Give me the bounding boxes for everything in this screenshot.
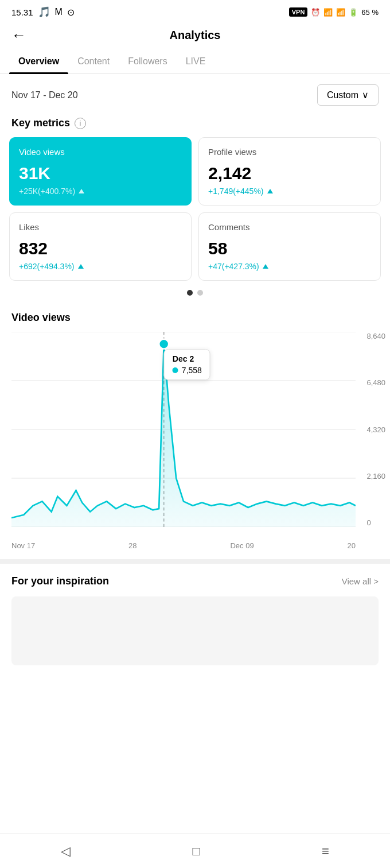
status-right: VPN ⏰ 📶 📶 🔋 65 %	[289, 7, 379, 17]
tab-overview[interactable]: Overview	[9, 49, 68, 73]
carousel-dots	[0, 281, 390, 300]
nav-back-button[interactable]: ◁	[61, 844, 71, 859]
video-views-section: Video views 8,640 6,480 4,320 2,160 0	[0, 300, 390, 550]
view-all-button[interactable]: View all >	[342, 576, 379, 586]
dot-2[interactable]	[197, 290, 203, 296]
key-metrics-title: Key metrics	[11, 117, 70, 129]
wifi-icon: 📶	[323, 8, 333, 17]
metric-label-comments: Comments	[208, 222, 371, 232]
tab-bar: Overview Content Followers LIVE	[0, 49, 390, 74]
y-label-8640: 8,640	[366, 332, 385, 340]
status-time: 15.31	[11, 7, 33, 17]
arrow-up-icon-4	[263, 264, 268, 269]
date-row: Nov 17 - Dec 20 Custom ∨	[0, 74, 390, 114]
date-range-label: Nov 17 - Dec 20	[11, 90, 78, 100]
x-label-nov17: Nov 17	[11, 541, 35, 550]
media-icon: ⊙	[67, 7, 75, 18]
back-button[interactable]: ←	[11, 28, 26, 42]
svg-point-6	[159, 339, 169, 349]
tab-content[interactable]: Content	[68, 49, 119, 73]
metric-change-video-views: +25K(+400.7%)	[19, 187, 182, 196]
custom-dropdown[interactable]: Custom ∨	[317, 84, 379, 106]
x-axis-labels: Nov 17 28 Dec 09 20	[11, 541, 356, 550]
signal-icon: 📶	[336, 8, 345, 17]
metric-label-likes: Likes	[19, 222, 182, 232]
inspiration-content	[11, 596, 379, 665]
status-bar: 15.31 🎵 M ⊙ VPN ⏰ 📶 📶 🔋 65 %	[0, 0, 390, 23]
nav-home-button[interactable]: □	[192, 844, 200, 859]
metric-value-comments: 58	[208, 239, 371, 258]
y-label-6480: 6,480	[366, 378, 385, 387]
gmail-icon: M	[55, 7, 63, 17]
y-label-4320: 4,320	[366, 425, 385, 434]
metric-card-video-views[interactable]: Video views 31K +25K(+400.7%)	[9, 137, 192, 206]
chart-container: 8,640 6,480 4,320 2,160 0	[0, 332, 390, 550]
x-label-28: 28	[128, 541, 136, 550]
status-left: 15.31 🎵 M ⊙	[11, 6, 75, 18]
tab-followers[interactable]: Followers	[119, 49, 176, 73]
info-icon[interactable]: i	[75, 118, 86, 129]
custom-label: Custom	[327, 90, 358, 100]
key-metrics-header: Key metrics i	[0, 114, 390, 137]
metric-change-likes: +692(+494.3%)	[19, 262, 182, 271]
y-axis-labels: 8,640 6,480 4,320 2,160 0	[366, 332, 385, 527]
arrow-up-icon-3	[78, 264, 84, 269]
metric-change-profile-views: +1,749(+445%)	[208, 187, 371, 196]
nav-menu-button[interactable]: ≡	[322, 844, 329, 859]
y-label-2160: 2,160	[366, 472, 385, 480]
metric-label-profile-views: Profile views	[208, 147, 371, 157]
chevron-down-icon: ∨	[362, 90, 369, 100]
battery-icon: 🔋	[349, 8, 358, 17]
metric-change-comments: +47(+427.3%)	[208, 262, 371, 271]
metric-value-video-views: 31K	[19, 164, 182, 183]
metric-value-likes: 832	[19, 239, 182, 258]
inspiration-title: For your inspiration	[11, 575, 109, 587]
inspiration-section: For your inspiration View all >	[0, 564, 390, 665]
chart-svg	[11, 332, 356, 527]
metric-value-profile-views: 2,142	[208, 164, 371, 183]
section-separator	[0, 559, 390, 564]
metric-card-comments[interactable]: Comments 58 +47(+427.3%)	[198, 212, 381, 281]
page-title: Analytics	[170, 29, 221, 42]
battery-percentage: 65 %	[361, 8, 379, 17]
metric-card-likes[interactable]: Likes 832 +692(+494.3%)	[9, 212, 192, 281]
chart-title: Video views	[0, 307, 390, 332]
x-label-dec09: Dec 09	[230, 541, 253, 550]
tab-live[interactable]: LIVE	[177, 49, 215, 73]
arrow-up-icon	[79, 189, 84, 193]
dot-1[interactable]	[187, 290, 193, 296]
arrow-up-icon-2	[267, 189, 273, 193]
metrics-grid: Video views 31K +25K(+400.7%) Profile vi…	[0, 137, 390, 281]
metric-card-profile-views[interactable]: Profile views 2,142 +1,749(+445%)	[198, 137, 381, 206]
alarm-icon: ⏰	[311, 8, 320, 17]
metric-label-video-views: Video views	[19, 147, 182, 157]
inspiration-header: For your inspiration View all >	[11, 575, 379, 587]
x-label-20: 20	[348, 541, 356, 550]
y-label-0: 0	[366, 518, 385, 527]
vpn-badge: VPN	[289, 7, 308, 17]
bottom-navigation: ◁ □ ≡	[0, 834, 390, 868]
tiktok-icon: 🎵	[38, 6, 50, 18]
header: ← Analytics	[0, 23, 390, 49]
